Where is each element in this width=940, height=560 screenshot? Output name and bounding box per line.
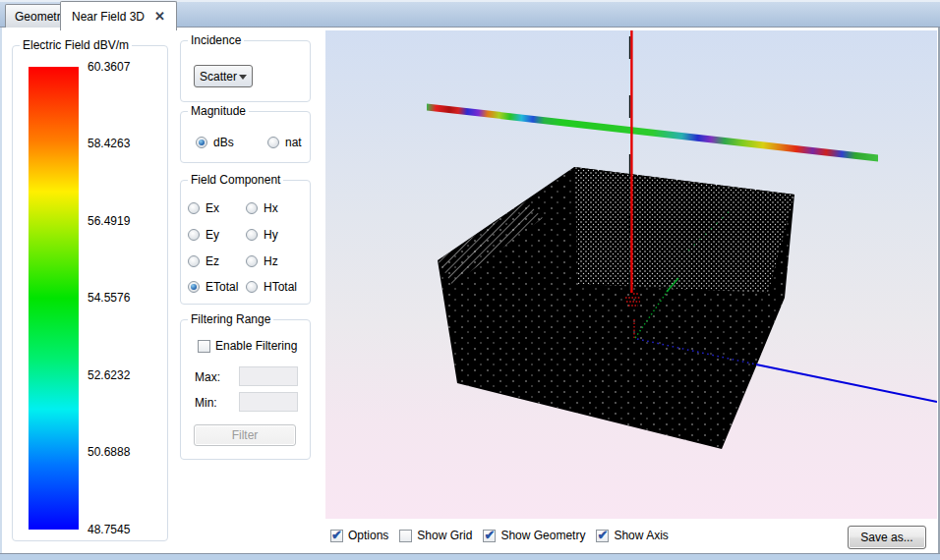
colorbar-tick: 60.3607 <box>88 60 130 74</box>
group-title: Incidence <box>188 33 244 47</box>
colorbar-tick: 58.4263 <box>88 137 130 150</box>
checkbox-label: Show Grid <box>417 529 472 542</box>
magnitude-group: Magnitude dBs nat <box>180 111 311 163</box>
radio-label: Ey <box>206 228 219 242</box>
incidence-dropdown[interactable]: Scatter <box>194 65 253 87</box>
radio-icon <box>246 229 258 241</box>
radio-label: Hz <box>264 254 278 268</box>
checkbox-icon <box>198 340 210 353</box>
checkbox-label: Show Geometry <box>500 529 585 542</box>
options-checkbox[interactable]: ✔ Options <box>330 529 388 542</box>
check-icon: ✔ <box>597 529 608 541</box>
min-field[interactable] <box>239 392 298 412</box>
incidence-group: Incidence Scatter <box>180 40 311 102</box>
max-label: Max: <box>195 370 220 384</box>
checkbox-icon: ✔ <box>596 530 609 542</box>
tab-near-field-3d[interactable]: Near Field 3D ✕ <box>60 1 177 30</box>
radio-label: Ez <box>206 254 219 268</box>
radio-icon <box>188 229 200 241</box>
colorbar-tick: 50.6888 <box>88 445 130 459</box>
chevron-down-icon <box>239 75 247 84</box>
radio-nat[interactable]: nat <box>267 136 302 149</box>
radio-dot-icon <box>199 140 205 145</box>
radio-icon <box>246 255 258 267</box>
viewport-3d-canvas[interactable] <box>325 30 937 519</box>
show-axis-checkbox[interactable]: ✔ Show Axis <box>596 529 668 542</box>
colorbar-gradient <box>29 67 79 530</box>
enable-filtering-checkbox[interactable]: Enable Filtering <box>198 339 297 353</box>
radio-icon <box>246 281 258 293</box>
max-field[interactable] <box>239 366 298 386</box>
radio-hy[interactable]: Hy <box>246 228 278 242</box>
tab-label: Near Field 3D <box>72 10 145 24</box>
checkbox-icon: ✔ <box>483 530 496 542</box>
radio-icon <box>196 137 207 148</box>
radio-etotal[interactable]: ETotal <box>188 280 238 294</box>
colorbar-tick: 54.5576 <box>88 291 130 305</box>
radio-label: Hx <box>264 201 278 215</box>
radio-icon <box>267 137 279 148</box>
field-component-group: Field Component Ex Hx Ey Hy Ez Hz ETotal… <box>180 180 311 305</box>
radio-label: dBs <box>213 136 234 149</box>
group-title: Field Component <box>188 173 283 187</box>
checkbox-label: Options <box>348 529 388 542</box>
group-title: Electric Field dBV/m <box>20 38 132 52</box>
save-as-button[interactable]: Save as... <box>848 526 926 549</box>
window-border-left <box>0 28 2 555</box>
radio-htotal[interactable]: HTotal <box>246 280 297 294</box>
close-icon[interactable]: ✕ <box>154 10 165 23</box>
checkbox-icon: ✔ <box>330 530 343 542</box>
group-title: Magnitude <box>188 104 249 118</box>
show-grid-checkbox[interactable]: Show Grid <box>399 529 472 542</box>
show-geometry-checkbox[interactable]: ✔ Show Geometry <box>483 529 585 542</box>
radio-label: Ex <box>206 201 219 215</box>
radio-label: Hy <box>264 228 278 242</box>
checkbox-icon <box>399 530 412 542</box>
radio-label: HTotal <box>264 280 297 294</box>
radio-label: ETotal <box>206 280 238 294</box>
radio-icon <box>188 202 200 214</box>
min-label: Min: <box>195 396 217 410</box>
radio-icon <box>188 255 200 267</box>
dropdown-value: Scatter <box>200 70 237 84</box>
radio-hx[interactable]: Hx <box>246 201 278 215</box>
electric-field-group: Electric Field dBV/m 60.3607 58.4263 56.… <box>12 45 168 541</box>
colorbar-tick: 52.6232 <box>88 368 130 382</box>
group-title: Filtering Range <box>188 312 273 326</box>
radio-label: nat <box>285 136 302 149</box>
checkbox-label: Enable Filtering <box>215 339 297 353</box>
viewport-toolbar: ✔ Options Show Grid ✔ Show Geometry ✔ Sh… <box>330 529 669 542</box>
check-icon: ✔ <box>331 529 342 541</box>
tab-label: Geometry <box>15 10 67 24</box>
colorbar-tick: 56.4919 <box>88 214 130 228</box>
check-icon: ✔ <box>484 529 495 541</box>
filter-button[interactable]: Filter <box>194 424 296 446</box>
radio-ez[interactable]: Ez <box>188 254 219 268</box>
colorbar-tick: 48.7545 <box>88 523 130 536</box>
radio-icon <box>246 202 258 214</box>
checkbox-label: Show Axis <box>614 529 668 542</box>
filtering-range-group: Filtering Range Enable Filtering Max: Mi… <box>180 319 311 460</box>
window-border-bottom <box>0 553 940 560</box>
radio-icon <box>188 281 200 293</box>
radio-dbs[interactable]: dBs <box>196 136 234 149</box>
radio-hz[interactable]: Hz <box>246 254 278 268</box>
radio-ex[interactable]: Ex <box>188 201 219 215</box>
radio-dot-icon <box>191 284 197 290</box>
radio-ey[interactable]: Ey <box>188 228 219 242</box>
